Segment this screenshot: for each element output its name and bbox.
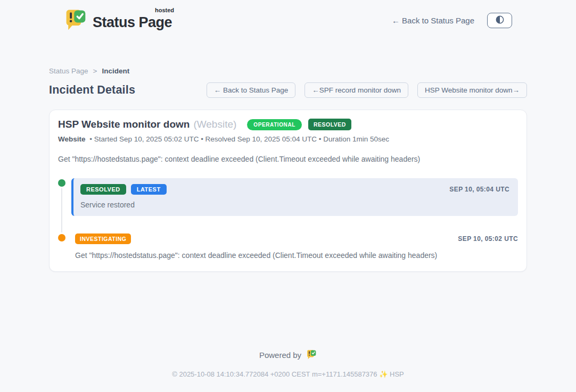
latest-badge: LATEST: [131, 184, 167, 195]
resolved-status-badge: RESOLVED: [308, 119, 351, 130]
powered-by-label: Powered by: [259, 351, 301, 360]
header-back-to-status-page-link[interactable]: ← Back to Status Page: [392, 16, 474, 25]
main-content: Status Page > Incident Incident Details …: [0, 38, 576, 272]
timeline-message: Get "https://hostedstatus.page": context…: [75, 251, 518, 260]
half-circle-theme-icon: [495, 14, 505, 27]
timeline-entry-content: RESOLVED LATEST SEP 10, 05:04 UTC Servic…: [71, 178, 518, 216]
page-footer: Powered by © 2025-10-08 14:10:34.772084 …: [0, 349, 576, 392]
timeline-entry-content: INVESTIGATING SEP 10, 05:02 UTC Get "htt…: [71, 233, 518, 260]
incident-title: HSP Website monitor down: [58, 119, 190, 130]
timeline-badge-row: RESOLVED LATEST SEP 10, 05:04 UTC: [80, 184, 509, 195]
incident-card-header: HSP Website monitor down (Website) OPERA…: [58, 119, 518, 130]
incident-meta-component: Website: [58, 135, 86, 143]
timeline-entry-investigating: INVESTIGATING SEP 10, 05:02 UTC Get "htt…: [58, 233, 518, 260]
brand-logo[interactable]: Status Page hosted: [64, 7, 172, 33]
breadcrumb-separator: >: [93, 67, 97, 75]
app-header: Status Page hosted ← Back to Status Page: [0, 0, 576, 38]
incident-timeline: RESOLVED LATEST SEP 10, 05:04 UTC Servic…: [58, 178, 518, 260]
breadcrumb-incident: Incident: [102, 67, 129, 75]
incident-nav-buttons: ← Back to Status Page ←SPF record monito…: [207, 82, 527, 98]
copyright-line: © 2025-10-08 14:10:34.772084 +0200 CEST …: [0, 370, 576, 378]
timeline-timestamp: SEP 10, 05:02 UTC: [458, 235, 518, 243]
page-title: Incident Details: [49, 84, 135, 97]
timeline-dot-investigating: [58, 234, 65, 241]
status-page-logo-icon: [64, 7, 87, 33]
resolved-badge: RESOLVED: [80, 184, 126, 195]
prev-incident-button[interactable]: ←SPF record monitor down: [305, 82, 408, 98]
timeline-badge-row: INVESTIGATING SEP 10, 05:02 UTC: [75, 233, 518, 244]
investigating-badge: INVESTIGATING: [75, 233, 131, 244]
theme-toggle-button[interactable]: [487, 13, 512, 28]
incident-card: HSP Website monitor down (Website) OPERA…: [49, 110, 527, 272]
back-to-status-page-button[interactable]: ← Back to Status Page: [207, 82, 296, 98]
powered-by-row: Powered by: [0, 349, 576, 361]
timeline-dot-resolved: [58, 179, 65, 187]
operational-status-badge: OPERATIONAL: [247, 119, 302, 130]
brand-name: Status Page hosted: [93, 10, 172, 31]
status-page-logo-icon-small[interactable]: [306, 349, 317, 361]
breadcrumb: Status Page > Incident: [49, 67, 527, 75]
timeline-latest-update-box: RESOLVED LATEST SEP 10, 05:04 UTC Servic…: [71, 178, 518, 216]
incident-meta: Website • Started Sep 10, 2025 05:02 UTC…: [58, 135, 518, 143]
incident-description: Get "https://hostedstatus.page": context…: [58, 155, 518, 163]
timeline-timestamp: SEP 10, 05:04 UTC: [449, 186, 509, 193]
brand-superscript: hosted: [155, 7, 174, 13]
incident-meta-details: • Started Sep 10, 2025 05:02 UTC • Resol…: [89, 135, 389, 143]
title-row: Incident Details ← Back to Status Page ←…: [49, 82, 527, 98]
next-incident-button[interactable]: HSP Website monitor down→: [417, 82, 527, 98]
breadcrumb-status-page[interactable]: Status Page: [49, 67, 88, 75]
timeline-entry-resolved: RESOLVED LATEST SEP 10, 05:04 UTC Servic…: [58, 178, 518, 216]
timeline-message: Service restored: [80, 201, 509, 209]
incident-component: (Website): [193, 119, 236, 130]
